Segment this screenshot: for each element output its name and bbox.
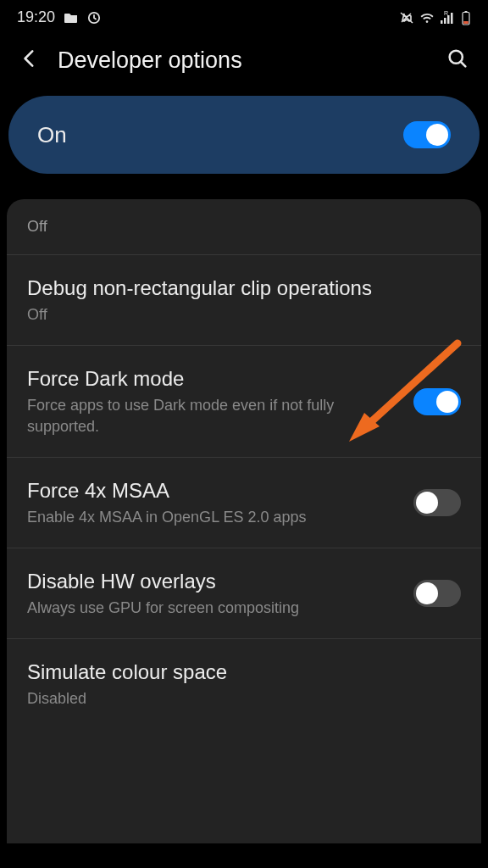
app-header: Developer options (0, 33, 488, 96)
setting-force-dark[interactable]: Force Dark mode Force apps to use Dark m… (7, 346, 481, 458)
force-msaa-toggle[interactable] (413, 489, 461, 516)
folder-icon (64, 12, 79, 24)
sync-icon (87, 11, 101, 25)
setting-title: Force 4x MSAA (27, 478, 400, 504)
status-bar: 19:20 R (0, 0, 488, 33)
setting-subtitle: Off (27, 304, 461, 325)
toggle-knob (416, 492, 438, 514)
svg-rect-2 (441, 20, 443, 24)
setting-subtitle: Disabled (27, 688, 461, 709)
setting-text: Disable HW overlays Always use GPU for s… (27, 569, 400, 618)
search-button[interactable] (446, 47, 469, 74)
setting-text: Force 4x MSAA Enable 4x MSAA in OpenGL E… (27, 478, 400, 527)
setting-subtitle: Always use GPU for screen compositing (27, 598, 400, 618)
setting-title: Disable HW overlays (27, 569, 400, 594)
setting-colour-space[interactable]: Simulate colour space Disabled (7, 639, 481, 715)
setting-title: Debug non-rectangular clip operations (27, 275, 461, 301)
setting-title: Force Dark mode (27, 366, 400, 392)
page-title: Developer options (58, 47, 429, 74)
setting-subtitle: Force apps to use Dark mode even if not … (27, 395, 400, 437)
setting-partial-cutoff[interactable]: Off (7, 218, 481, 255)
status-time: 19:20 (17, 8, 55, 26)
settings-panel: Off Debug non-rectangular clip operation… (7, 199, 481, 843)
toggle-knob (426, 124, 448, 146)
master-toggle-label: On (37, 122, 67, 148)
signal-icon: R (439, 11, 458, 25)
setting-force-msaa[interactable]: Force 4x MSAA Enable 4x MSAA in OpenGL E… (7, 458, 481, 548)
disable-hw-toggle[interactable] (413, 580, 461, 607)
svg-rect-5 (451, 13, 453, 24)
setting-disable-hw[interactable]: Disable HW overlays Always use GPU for s… (7, 548, 481, 639)
setting-debug-clip[interactable]: Debug non-rectangular clip operations Of… (7, 255, 481, 346)
svg-line-10 (461, 62, 466, 67)
wifi-icon (419, 11, 435, 25)
battery-icon (461, 10, 471, 25)
master-toggle-switch[interactable] (403, 121, 451, 148)
back-button[interactable] (19, 47, 41, 73)
toggle-knob (416, 582, 438, 604)
svg-rect-3 (444, 18, 446, 24)
svg-rect-8 (463, 21, 469, 24)
setting-status: Off (27, 218, 461, 236)
setting-text: Force Dark mode Force apps to use Dark m… (27, 366, 400, 437)
toggle-knob (436, 391, 458, 413)
setting-title: Simulate colour space (27, 659, 461, 685)
force-dark-toggle[interactable] (413, 388, 461, 415)
setting-subtitle: Enable 4x MSAA in OpenGL ES 2.0 apps (27, 507, 400, 527)
svg-rect-7 (465, 11, 468, 13)
setting-text: Debug non-rectangular clip operations Of… (27, 275, 461, 325)
setting-text: Simulate colour space Disabled (27, 659, 461, 709)
status-left: 19:20 (17, 8, 101, 26)
vibrate-icon (400, 11, 415, 25)
svg-rect-4 (447, 15, 450, 24)
master-toggle-pill[interactable]: On (8, 96, 480, 174)
status-right: R (400, 10, 471, 25)
